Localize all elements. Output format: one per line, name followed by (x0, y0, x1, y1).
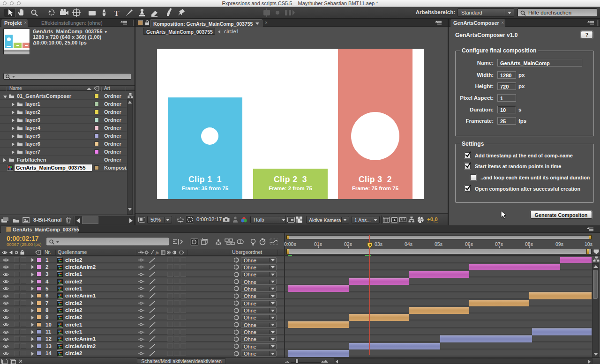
svg-text:T: T (114, 9, 120, 18)
svg-text:fx: fx (156, 250, 159, 255)
